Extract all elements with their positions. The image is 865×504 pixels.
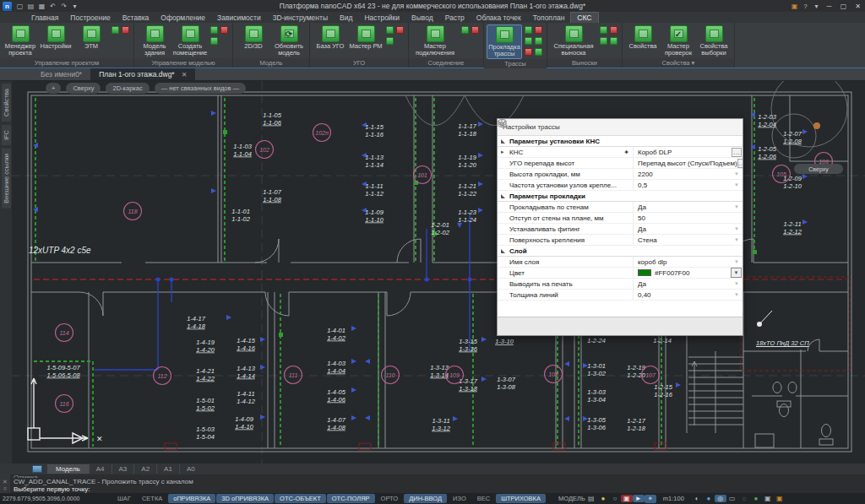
- customize-toolbar-icon[interactable]: ▾: [69, 3, 80, 10]
- combo-chevron-icon[interactable]: ▼: [734, 226, 743, 231]
- property-value[interactable]: Да▼: [633, 224, 743, 234]
- close-command-icon[interactable]: ✕: [3, 479, 8, 485]
- panel-tab-xrefs[interactable]: Внешние ссылки: [2, 149, 11, 209]
- ribbon-small-button[interactable]: [386, 26, 394, 34]
- ribbon-small-button[interactable]: [535, 48, 542, 56]
- app-logo-icon[interactable]: n: [3, 2, 12, 11]
- menu-tab-item[interactable]: Вывод: [405, 12, 439, 23]
- property-value[interactable]: Короб DLP…: [633, 147, 743, 157]
- combo-chevron-icon[interactable]: ▼: [734, 182, 743, 187]
- property-value[interactable]: #FF007F00▼: [633, 268, 743, 278]
- dialog-header[interactable]: Настройки трассы: [498, 119, 743, 136]
- command-prompt[interactable]: Выберите первую точку:: [14, 485, 865, 493]
- ribbon-button[interactable]: База УГО: [313, 24, 348, 51]
- lightbulb-off-icon[interactable]: ○: [609, 495, 621, 502]
- section-collapse-icon[interactable]: [501, 139, 505, 144]
- ribbon-button[interactable]: Мастер подключения: [411, 24, 459, 57]
- layout-tab-sheet[interactable]: A0: [179, 464, 202, 474]
- ribbon-button[interactable]: Менеджер проекта: [3, 24, 38, 57]
- open-file-icon[interactable]: ▤: [25, 3, 36, 10]
- menu-tab-item[interactable]: Настройки: [358, 12, 405, 23]
- viewport-style-button[interactable]: 2D-каркас: [106, 83, 149, 94]
- drawing-canvas[interactable]: ✕ 1-1-051-1-061-1-031-1-041-1-011-1-021-…: [12, 81, 865, 463]
- ribbon-small-button[interactable]: [386, 37, 394, 45]
- property-section-row[interactable]: Параметры прокладки: [498, 191, 743, 202]
- document-tab[interactable]: Без имени0*: [32, 68, 90, 80]
- ribbon-button[interactable]: Свойства: [625, 24, 661, 51]
- close-tab-icon[interactable]: ✕: [182, 71, 188, 79]
- menu-tab-item[interactable]: Главная: [25, 12, 64, 23]
- ribbon-small-button[interactable]: [610, 37, 617, 45]
- menu-tab-item[interactable]: Вставка: [117, 12, 155, 23]
- ribbon-button[interactable]: ЭТМ: [73, 24, 109, 51]
- property-value[interactable]: Да▼: [633, 202, 743, 212]
- color-dropdown-button[interactable]: ▼: [731, 268, 742, 278]
- keyboard-icon[interactable]: ⌗: [3, 485, 7, 492]
- ribbon-button[interactable]: Модель здания: [137, 24, 172, 57]
- lightbulb-on-icon[interactable]: ●: [597, 495, 609, 502]
- status-toggle[interactable]: ОТС-ОБЪЕКТ: [275, 494, 326, 503]
- property-value[interactable]: 0,40▼: [633, 290, 743, 300]
- layouts-icon[interactable]: [32, 465, 42, 473]
- annotation-scale-icon[interactable]: ▤: [585, 495, 597, 502]
- combo-chevron-icon[interactable]: ▼: [734, 292, 743, 297]
- menu-tab-active[interactable]: СКС: [570, 12, 598, 23]
- ribbon-small-button[interactable]: [461, 26, 469, 34]
- ribbon-small-button[interactable]: [600, 26, 607, 34]
- ribbon-small-button[interactable]: [122, 26, 129, 34]
- menu-tab-item[interactable]: Топоплан: [527, 12, 571, 23]
- ribbon-button-prokladka-trassy[interactable]: Прокладка трассы: [487, 24, 522, 59]
- combo-chevron-icon[interactable]: ▼: [734, 237, 743, 242]
- viewport-view-button[interactable]: Сверху: [66, 83, 101, 94]
- status-toggle[interactable]: оПРИВЯЗКА: [168, 494, 215, 503]
- ribbon-small-button[interactable]: [471, 26, 479, 34]
- zoom-icon[interactable]: ◎: [715, 495, 726, 502]
- combo-chevron-icon[interactable]: ▼: [734, 204, 743, 209]
- property-value[interactable]: Перепад высот (Спуск/Подъем)…: [633, 158, 743, 168]
- ribbon-button[interactable]: ⟳Обновить модель: [271, 24, 307, 57]
- menu-tab-item[interactable]: Облака точек: [471, 12, 527, 23]
- status-toggle[interactable]: ВЕС: [472, 494, 495, 503]
- section-collapse-icon[interactable]: [501, 194, 505, 198]
- menu-tab-item[interactable]: 3D-инструменты: [267, 12, 334, 23]
- ribbon-small-button[interactable]: [210, 26, 218, 34]
- menu-tab-item[interactable]: Растр: [439, 12, 471, 23]
- windows-overlap-icon[interactable]: ▣: [762, 495, 774, 502]
- ribbon-button[interactable]: Мастер РМ: [348, 24, 384, 51]
- store-icon[interactable]: ▣: [789, 3, 800, 10]
- ribbon-button[interactable]: Свойства выборки: [696, 24, 732, 57]
- pick-on-plan-icon[interactable]: ✦: [623, 149, 629, 156]
- ribbon-small-button[interactable]: [210, 37, 218, 45]
- property-value[interactable]: 50: [633, 213, 743, 223]
- help-dropdown-icon[interactable]: ▾: [811, 3, 822, 10]
- close-button[interactable]: ✕: [851, 3, 865, 10]
- ribbon-small-button[interactable]: [112, 26, 119, 34]
- panel-tab-properties[interactable]: Свойства: [2, 84, 11, 122]
- menu-tab-item[interactable]: Зависимости: [211, 12, 267, 23]
- monitor-icon[interactable]: ▭: [726, 495, 738, 502]
- browse-button[interactable]: …: [732, 148, 742, 157]
- property-value[interactable]: 2200▼: [633, 169, 743, 179]
- status-toggle[interactable]: ДИН-ВВОД: [404, 494, 447, 503]
- ribbon-button[interactable]: Настройки: [38, 24, 73, 51]
- status-toggle[interactable]: ОТС-ПОЛЯР: [327, 494, 375, 503]
- layout-tab-sheet[interactable]: A4: [89, 464, 112, 474]
- ribbon-small-button[interactable]: [525, 37, 532, 45]
- selection-cycling-icon[interactable]: ⌖: [645, 495, 656, 503]
- model-space-label[interactable]: МОДЕЛЬ: [558, 495, 585, 502]
- ribbon-small-button[interactable]: [535, 26, 542, 34]
- ribbon-button[interactable]: ✓Мастер проверок: [661, 24, 696, 57]
- scale-indicator[interactable]: m1:100: [663, 495, 684, 502]
- compass-icon[interactable]: ◌: [738, 495, 750, 502]
- save-icon[interactable]: ▦: [36, 3, 47, 10]
- status-toggle[interactable]: ШТРИХОВКА: [496, 494, 546, 503]
- status-ok-icon[interactable]: ●: [750, 495, 762, 502]
- ribbon-button[interactable]: Специальная выноска: [550, 24, 597, 57]
- layout-tab-sheet[interactable]: A1: [156, 464, 179, 474]
- help-icon[interactable]: ?: [800, 3, 811, 10]
- layout-tab-sheet[interactable]: A3: [112, 464, 134, 474]
- combo-chevron-icon[interactable]: ▼: [734, 259, 743, 264]
- ribbon-small-button[interactable]: [600, 37, 607, 45]
- viewport-add-button[interactable]: +: [46, 83, 61, 94]
- menu-tab-item[interactable]: Вид: [334, 12, 358, 23]
